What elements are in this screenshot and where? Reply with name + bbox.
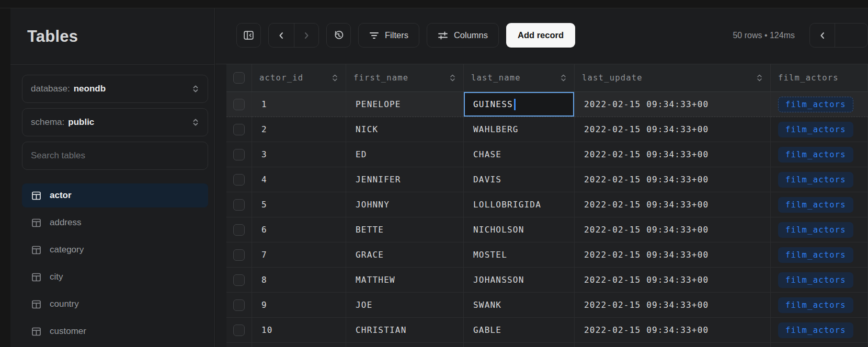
cell-last-update[interactable]: 2022-02-15 09:34:33+00 bbox=[575, 167, 771, 192]
cell-last-update[interactable]: 2022-02-15 09:34:33+00 bbox=[575, 192, 771, 217]
sidebar-item-country[interactable]: country bbox=[22, 292, 208, 316]
cell-actor-id[interactable]: 2 bbox=[252, 117, 346, 142]
add-record-button[interactable]: Add record bbox=[506, 23, 575, 48]
row-checkbox[interactable] bbox=[226, 217, 252, 242]
cell-actor-id[interactable]: 10 bbox=[252, 318, 346, 343]
cell-first-name[interactable]: GRACE bbox=[346, 242, 464, 268]
cell-last-name[interactable]: NICHOLSON bbox=[464, 217, 575, 242]
row-checkbox[interactable] bbox=[226, 242, 252, 268]
cell-first-name[interactable]: CHRISTIAN bbox=[346, 318, 464, 343]
film-actors-link[interactable]: film_actors bbox=[778, 147, 853, 163]
cell-last-update[interactable]: 2022-02-15 09:34:33+00 bbox=[575, 318, 771, 343]
cell-last-name[interactable] bbox=[464, 343, 575, 347]
back-button[interactable] bbox=[269, 24, 294, 47]
database-select[interactable]: database: neondb bbox=[22, 75, 208, 103]
sidebar-item-category[interactable]: category bbox=[22, 238, 208, 262]
row-checkbox[interactable] bbox=[226, 117, 252, 142]
cell-actor-id[interactable]: 7 bbox=[252, 242, 346, 268]
chevron-right-icon bbox=[302, 31, 311, 40]
film-actors-link[interactable]: film_actors bbox=[778, 297, 853, 313]
column-header-last-name[interactable]: last_name bbox=[464, 64, 575, 91]
cell-last-name[interactable]: WAHLBERG bbox=[464, 117, 575, 142]
cell-last-update[interactable]: 2022-02-15 09:34:33+00 bbox=[575, 242, 771, 268]
film-actors-link[interactable]: film_actors bbox=[778, 122, 853, 137]
cell-last-name[interactable]: SWANK bbox=[464, 293, 575, 318]
cell-actor-id[interactable] bbox=[252, 343, 346, 347]
next-page-button[interactable] bbox=[835, 24, 867, 47]
cell-last-name[interactable]: CHASE bbox=[464, 142, 575, 167]
cell-first-name[interactable]: PENELOPE bbox=[346, 92, 464, 117]
sort-icon[interactable] bbox=[560, 74, 567, 82]
sidebar-item-address[interactable]: address bbox=[22, 211, 208, 235]
cell-first-name[interactable]: JENNIFER bbox=[346, 167, 464, 192]
select-all-checkbox[interactable] bbox=[226, 64, 252, 91]
cell-first-name[interactable]: JOE bbox=[346, 293, 464, 318]
cell-last-name[interactable]: GABLE bbox=[464, 318, 575, 343]
row-checkbox[interactable] bbox=[226, 92, 252, 117]
film-actors-link[interactable]: film_actors bbox=[778, 172, 853, 188]
cell-actor-id[interactable]: 6 bbox=[252, 217, 346, 242]
forward-button[interactable] bbox=[294, 24, 319, 47]
column-header-last-update[interactable]: last_update bbox=[575, 64, 771, 91]
cell-first-name[interactable]: MATTHEW bbox=[346, 268, 464, 293]
table-body: 1 PENELOPE GUINESS 2022-02-15 09:34:33+0… bbox=[226, 92, 868, 347]
column-header-first-name[interactable]: first_name bbox=[346, 64, 464, 91]
cell-actor-id[interactable]: 3 bbox=[252, 142, 346, 167]
sidebar-item-city[interactable]: city bbox=[22, 265, 208, 289]
schema-select[interactable]: schema: public bbox=[22, 108, 208, 136]
cell-film-actors bbox=[771, 343, 868, 347]
cell-last-update[interactable]: 2022-02-15 09:34:33+00 bbox=[575, 293, 771, 318]
cell-actor-id[interactable]: 9 bbox=[252, 293, 346, 318]
sort-icon[interactable] bbox=[449, 74, 456, 82]
cell-last-name[interactable]: LOLLOBRIGIDA bbox=[464, 192, 575, 217]
row-checkbox[interactable] bbox=[226, 167, 252, 192]
chevron-left-icon bbox=[277, 31, 285, 40]
previous-page-button[interactable] bbox=[810, 24, 835, 47]
cell-edit-input[interactable]: GUINESS bbox=[464, 92, 574, 117]
cell-last-update[interactable]: 2022-02-15 09:34:33+00 bbox=[575, 92, 771, 117]
sidebar-item-actor[interactable]: actor bbox=[22, 183, 208, 207]
columns-button[interactable]: Columns bbox=[427, 23, 499, 48]
cell-film-actors: film_actors bbox=[771, 242, 868, 268]
cell-last-name[interactable]: MOSTEL bbox=[464, 242, 575, 268]
cell-last-update[interactable]: 2022-02-15 09:34:33+00 bbox=[575, 117, 771, 142]
cell-last-name[interactable]: JOHANSSON bbox=[464, 268, 575, 293]
cell-actor-id[interactable]: 5 bbox=[252, 192, 346, 217]
collapse-sidebar-button[interactable] bbox=[236, 23, 261, 48]
cell-first-name[interactable]: ED bbox=[346, 142, 464, 167]
query-history-button[interactable] bbox=[326, 23, 351, 48]
cell-first-name[interactable] bbox=[346, 343, 464, 347]
row-checkbox[interactable] bbox=[226, 293, 252, 318]
column-header-film-actors[interactable]: film_actors bbox=[771, 64, 868, 91]
cell-last-update[interactable] bbox=[575, 343, 771, 347]
cell-actor-id[interactable]: 4 bbox=[252, 167, 346, 192]
cell-last-name-editing[interactable]: GUINESS bbox=[464, 92, 575, 117]
row-checkbox[interactable] bbox=[226, 142, 252, 167]
film-actors-link[interactable]: film_actors bbox=[778, 222, 853, 238]
sort-icon[interactable] bbox=[756, 74, 763, 82]
film-actors-link[interactable]: film_actors bbox=[778, 247, 853, 263]
cell-last-update[interactable]: 2022-02-15 09:34:33+00 bbox=[575, 217, 771, 242]
film-actors-link[interactable]: film_actors bbox=[778, 97, 853, 112]
filters-button[interactable]: Filters bbox=[358, 23, 419, 48]
row-checkbox[interactable] bbox=[226, 268, 252, 293]
cell-last-update[interactable]: 2022-02-15 09:34:33+00 bbox=[575, 142, 771, 167]
film-actors-link[interactable]: film_actors bbox=[778, 197, 853, 213]
cell-actor-id[interactable]: 8 bbox=[252, 268, 346, 293]
cell-last-update[interactable]: 2022-02-15 09:34:33+00 bbox=[575, 268, 771, 293]
sidebar-item-customer[interactable]: customer bbox=[22, 319, 208, 343]
row-checkbox[interactable] bbox=[226, 318, 252, 343]
cell-first-name[interactable]: NICK bbox=[346, 117, 464, 142]
sort-icon[interactable] bbox=[332, 74, 338, 82]
cell-first-name[interactable]: JOHNNY bbox=[346, 192, 464, 217]
column-header-actor-id[interactable]: actor_id bbox=[252, 64, 346, 91]
film-actors-link[interactable]: film_actors bbox=[778, 322, 853, 338]
row-checkbox[interactable] bbox=[226, 192, 252, 217]
search-tables-input[interactable]: Search tables bbox=[22, 142, 208, 170]
film-actors-link[interactable]: film_actors bbox=[778, 272, 853, 288]
cell-film-actors: film_actors bbox=[771, 217, 868, 242]
cell-actor-id[interactable]: 1 bbox=[252, 92, 346, 117]
row-checkbox[interactable] bbox=[226, 343, 252, 347]
cell-last-name[interactable]: DAVIS bbox=[464, 167, 575, 192]
cell-first-name[interactable]: BETTE bbox=[346, 217, 464, 242]
